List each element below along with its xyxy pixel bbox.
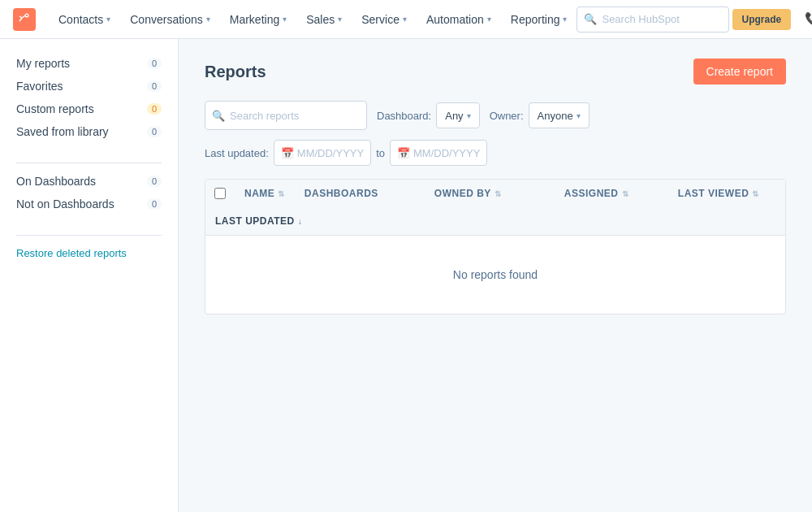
nav-reporting[interactable]: Reporting ▾: [501, 0, 577, 39]
reports-table: NAME ⇅ DASHBOARDS OWNED BY ⇅ ASSIGNED ⇅ …: [205, 179, 786, 315]
th-name[interactable]: NAME ⇅: [235, 180, 295, 207]
nav-automation-chevron: ▾: [487, 15, 491, 24]
calendar-to-icon: 📅: [397, 147, 410, 159]
hubspot-logo[interactable]: [13, 7, 36, 33]
global-search-input[interactable]: [602, 13, 721, 25]
th-last-viewed[interactable]: LAST VIEWED ⇅: [668, 180, 786, 207]
owned-by-sort-icon: ⇅: [495, 189, 502, 198]
last-updated-sort-icon: ↓: [298, 217, 303, 226]
search-reports-icon: 🔍: [212, 110, 225, 122]
my-reports-badge: 0: [147, 58, 162, 69]
not-on-dashboards-badge: 0: [147, 198, 162, 210]
sidebar-item-not-on-dashboards[interactable]: Not on Dashboards 0: [0, 193, 178, 215]
nav-service[interactable]: Service ▾: [352, 0, 417, 39]
nav-automation[interactable]: Automation ▾: [417, 0, 501, 39]
page-header: Reports Create report: [205, 59, 786, 85]
nav-service-chevron: ▾: [403, 15, 407, 24]
select-all-cell[interactable]: [205, 180, 235, 207]
th-dashboards: DASHBOARDS: [295, 180, 425, 207]
owner-filter-group: Owner: Anyone ▾: [490, 102, 590, 128]
on-dashboards-badge: 0: [147, 176, 162, 187]
last-updated-label: Last updated:: [205, 147, 269, 159]
owner-filter-label: Owner:: [490, 110, 524, 122]
sidebar-divider-1: [16, 163, 162, 163]
search-reports-input[interactable]: [230, 110, 360, 122]
sidebar-section-dashboards: On Dashboards 0 Not on Dashboards 0: [0, 170, 178, 228]
sidebar-divider-2: [16, 235, 162, 236]
sidebar-item-custom-reports[interactable]: Custom reports 0: [0, 98, 178, 120]
search-reports-input-container[interactable]: 🔍: [205, 101, 367, 130]
global-search[interactable]: 🔍: [577, 7, 728, 33]
dashboard-dropdown-caret: ▾: [467, 111, 471, 120]
empty-state: No reports found: [205, 236, 785, 314]
last-viewed-sort-icon: ⇅: [752, 189, 759, 198]
sidebar-section-main: My reports 0 Favorites 0 Custom reports …: [0, 52, 178, 156]
favorites-badge: 0: [147, 80, 162, 92]
nav-marketing-chevron: ▾: [283, 15, 287, 24]
filters-bar: 🔍 Dashboard: Any ▾ Owner: Anyone ▾ Last …: [205, 101, 786, 166]
date-to-input[interactable]: 📅 MM/DD/YYYY: [390, 140, 487, 166]
assigned-sort-icon: ⇅: [622, 189, 629, 198]
table-header: NAME ⇅ DASHBOARDS OWNED BY ⇅ ASSIGNED ⇅ …: [205, 180, 785, 236]
calendar-from-icon: 📅: [281, 147, 294, 159]
th-last-updated[interactable]: LAST UPDATED ↓: [205, 207, 235, 235]
page-title: Reports: [205, 63, 266, 81]
owner-filter-dropdown[interactable]: Anyone ▾: [529, 102, 590, 128]
th-assigned[interactable]: ASSIGNED ⇅: [555, 180, 668, 207]
sidebar-item-on-dashboards[interactable]: On Dashboards 0: [0, 170, 178, 193]
svg-point-1: [26, 14, 28, 15]
nav-sales-chevron: ▾: [338, 15, 342, 24]
date-from-input[interactable]: 📅 MM/DD/YYYY: [274, 140, 371, 166]
sidebar-item-saved-library[interactable]: Saved from library 0: [0, 120, 178, 143]
upgrade-button[interactable]: Upgrade: [732, 9, 792, 30]
select-all-checkbox[interactable]: [214, 188, 226, 199]
sidebar: My reports 0 Favorites 0 Custom reports …: [0, 39, 179, 512]
nav-conversations[interactable]: Conversations ▾: [120, 0, 220, 39]
nav-items: Contacts ▾ Conversations ▾ Marketing ▾ S…: [49, 0, 577, 39]
top-navigation: Contacts ▾ Conversations ▾ Marketing ▾ S…: [0, 0, 812, 39]
create-report-button[interactable]: Create report: [693, 59, 786, 85]
dashboard-filter-label: Dashboard:: [377, 110, 431, 122]
saved-library-badge: 0: [147, 126, 162, 137]
nav-reporting-chevron: ▾: [563, 15, 567, 24]
date-separator: to: [376, 147, 385, 159]
nav-sales[interactable]: Sales ▾: [296, 0, 352, 39]
nav-contacts-chevron: ▾: [106, 15, 110, 24]
nav-contacts[interactable]: Contacts ▾: [49, 0, 120, 39]
hs-logo-icon: [13, 8, 36, 31]
sidebar-item-my-reports[interactable]: My reports 0: [0, 52, 178, 75]
sidebar-item-favorites[interactable]: Favorites 0: [0, 75, 178, 98]
dashboard-filter-group: Dashboard: Any ▾: [377, 102, 480, 128]
restore-deleted-link[interactable]: Restore deleted reports: [0, 242, 178, 264]
last-updated-filter-group: Last updated: 📅 MM/DD/YYYY to 📅 MM/DD/YY…: [205, 140, 487, 166]
nav-right: 🔍 Upgrade 📞 💬 ❓ ⚙ 🔔 👤 Inspired Spac ▾: [577, 7, 812, 33]
nav-conversations-chevron: ▾: [206, 15, 210, 24]
main-layout: My reports 0 Favorites 0 Custom reports …: [0, 39, 812, 512]
name-sort-icon: ⇅: [278, 189, 285, 198]
main-content: Reports Create report 🔍 Dashboard: Any ▾…: [179, 39, 812, 512]
owner-dropdown-caret: ▾: [577, 111, 581, 120]
dashboard-filter-dropdown[interactable]: Any ▾: [436, 102, 479, 128]
nav-marketing[interactable]: Marketing ▾: [220, 0, 296, 39]
th-owned-by[interactable]: OWNED BY ⇅: [425, 180, 555, 207]
empty-message: No reports found: [453, 268, 538, 281]
search-icon: 🔍: [584, 13, 597, 25]
custom-reports-badge: 0: [147, 103, 162, 115]
phone-icon[interactable]: 📞: [801, 7, 812, 33]
